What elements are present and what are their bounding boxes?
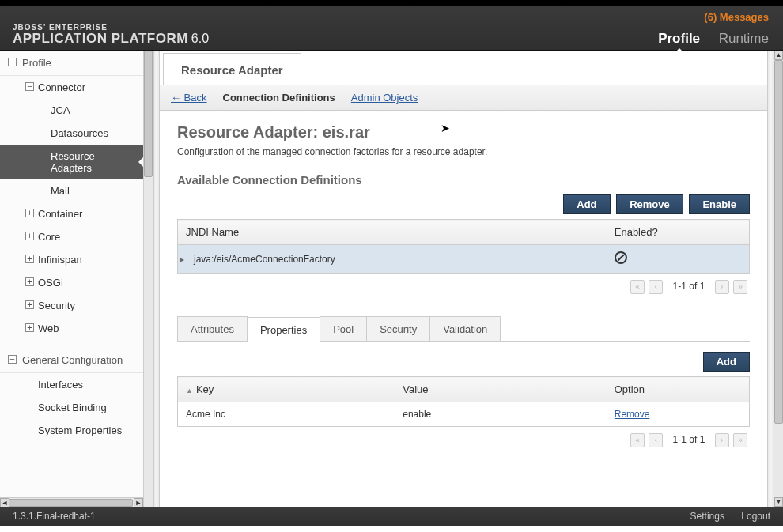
cell-value: enable [395,402,607,427]
tab-security[interactable]: Security [366,316,430,341]
sidebar-h-scrollbar[interactable]: ◄ ► [0,497,143,507]
table1-pager: « ‹ 1-1 of 1 › » [177,274,750,300]
add-property-button[interactable]: Add [703,352,750,372]
tab-pool[interactable]: Pool [320,316,367,341]
table-row[interactable]: Acme Inc enable Remove [178,402,750,427]
tab-resource-adapter[interactable]: Resource Adapter [163,53,301,85]
pager-prev-icon[interactable]: ‹ [649,280,663,294]
footer-bar: 1.3.1.Final-redhat-1 Settings Logout [0,507,783,526]
col-option[interactable]: Option [607,377,750,402]
table-row[interactable]: ▸java:/eis/AcmeConnectionFactory [178,245,750,274]
expand-icon[interactable]: + [25,255,34,263]
header-bar: JBOSS' ENTERPRISE APPLICATION PLATFORM6.… [0,6,783,51]
scroll-up-icon[interactable]: ▲ [774,51,783,60]
sub-tab-strip: Attributes Properties Pool Security Vali… [177,316,750,342]
add-button[interactable]: Add [563,194,610,214]
back-link[interactable]: ← Back [171,92,207,104]
expand-icon[interactable]: + [25,209,34,217]
collapse-icon[interactable]: − [25,82,34,91]
col-value[interactable]: Value [395,377,607,402]
right-splitter-handle[interactable]: ⋮⋮ [767,51,774,507]
enable-button[interactable]: Enable [689,194,750,214]
col-jndi-name[interactable]: JNDI Name [178,220,607,245]
pager-last-icon[interactable]: » [733,280,747,294]
expand-icon[interactable]: + [25,323,34,332]
sidebar-v-scrollbar[interactable] [143,51,153,507]
footer-version: 1.3.1.Final-redhat-1 [13,511,96,522]
pager-text: 1-1 of 1 [673,434,705,445]
sidebar-section-general[interactable]: − General Configuration [0,348,143,373]
messages-link[interactable]: (6) Messages [642,11,769,23]
page-title: Resource Adapter: eis.rar [177,123,750,141]
brand-logo: JBOSS' ENTERPRISE APPLICATION PLATFORM6.… [13,24,209,45]
pager-last-icon[interactable]: » [733,433,747,447]
section-title: Available Connection Definitions [177,173,750,187]
pager-next-icon[interactable]: › [715,280,729,294]
crumb-admin-objects[interactable]: Admin Objects [351,92,418,104]
disabled-icon [615,251,627,264]
col-enabled[interactable]: Enabled? [607,220,750,245]
sidebar-item-system-properties[interactable]: System Properties [0,419,143,442]
pager-prev-icon[interactable]: ‹ [649,433,663,447]
crumb-connection-definitions[interactable]: Connection Definitions [223,92,335,104]
cell-key: Acme Inc [178,402,395,427]
sidebar-item-jca[interactable]: JCA [0,99,143,122]
collapse-icon[interactable]: − [8,58,17,66]
collapse-icon[interactable]: − [8,355,17,364]
sidebar-item-web[interactable]: +Web [0,317,143,340]
sort-asc-icon: ▲ [186,387,193,394]
sidebar-section-profile[interactable]: − Profile [0,51,143,76]
sidebar-item-socket-binding[interactable]: Socket Binding [0,396,143,419]
scroll-left-icon[interactable]: ◄ [0,498,9,507]
breadcrumb: ← Back Connection Definitions Admin Obje… [160,85,767,111]
pager-first-icon[interactable]: « [630,433,645,447]
content-v-scrollbar[interactable]: ▲ ▼ [774,51,783,507]
sidebar-item-datasources[interactable]: Datasources [0,122,143,145]
sidebar-item-interfaces[interactable]: Interfaces [0,373,143,396]
row-pointer-icon: ▸ [180,254,184,265]
col-key[interactable]: ▲Key [178,377,395,402]
cell-enabled [607,245,750,274]
tab-validation[interactable]: Validation [429,316,501,341]
remove-property-link[interactable]: Remove [615,409,650,420]
tab-attributes[interactable]: Attributes [177,316,248,341]
expand-icon[interactable]: + [25,300,34,309]
pager-next-icon[interactable]: › [715,433,729,447]
sidebar-item-infinispan[interactable]: +Infinispan [0,248,143,271]
remove-button[interactable]: Remove [616,194,683,214]
properties-table: ▲Key Value Option Acme Inc enable Remove [177,376,750,427]
cell-jndi: java:/eis/AcmeConnectionFactory [194,254,335,265]
expand-icon[interactable]: + [25,277,34,286]
brand-version: 6.0 [191,32,209,45]
splitter-handle[interactable]: ⋮⋮ [153,51,160,507]
content-area: Resource Adapter ← Back Connection Defin… [160,51,783,507]
pager-text: 1-1 of 1 [673,281,705,292]
settings-link[interactable]: Settings [690,511,724,522]
scroll-down-icon[interactable]: ▼ [774,497,783,507]
sidebar-item-container[interactable]: +Container [0,202,143,225]
nav-runtime[interactable]: Runtime [719,31,769,46]
page-description: Configuration of the managed connection … [177,146,750,157]
connection-definitions-table: JNDI Name Enabled? ▸java:/eis/AcmeConnec… [177,219,750,274]
expand-icon[interactable]: + [25,232,34,240]
sidebar-item-connector[interactable]: − Connector [0,76,143,99]
sidebar-item-core[interactable]: +Core [0,225,143,248]
sidebar-item-security[interactable]: +Security [0,294,143,317]
brand-line2: APPLICATION PLATFORM [13,31,188,46]
sidebar-item-resource-adapters[interactable]: Resource Adapters [0,145,143,179]
sidebar: − Profile − Connector JCA Datasources Re… [0,51,153,507]
sidebar-item-mail[interactable]: Mail [0,179,143,202]
pager-first-icon[interactable]: « [630,280,645,294]
table2-pager: « ‹ 1-1 of 1 › » [177,427,750,454]
tab-properties[interactable]: Properties [247,317,320,342]
sidebar-item-osgi[interactable]: +OSGi [0,271,143,294]
nav-profile[interactable]: Profile [658,31,700,46]
scroll-right-icon[interactable]: ► [134,498,143,507]
main-tab-strip: Resource Adapter [160,51,767,85]
logout-link[interactable]: Logout [741,511,770,522]
